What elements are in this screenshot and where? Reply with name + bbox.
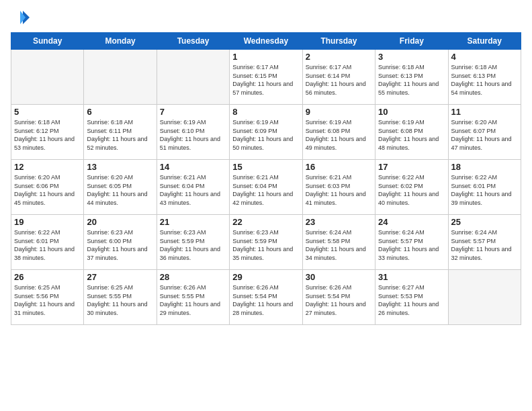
calendar-cell: 7Sunrise: 6:19 AMSunset: 6:10 PMDaylight… (157, 105, 229, 160)
header (11, 8, 521, 27)
cell-sun-info: Sunrise: 6:21 AMSunset: 6:03 PMDaylight:… (306, 173, 372, 207)
cell-sun-info: Sunrise: 6:21 AMSunset: 6:04 PMDaylight:… (160, 173, 226, 207)
day-number: 1 (232, 52, 299, 62)
cell-sun-info: Sunrise: 6:23 AMSunset: 5:59 PMDaylight:… (232, 228, 299, 262)
cell-sun-info: Sunrise: 6:20 AMSunset: 6:05 PMDaylight:… (87, 173, 153, 207)
day-number: 18 (451, 162, 518, 172)
cell-sun-info: Sunrise: 6:21 AMSunset: 6:04 PMDaylight:… (232, 173, 299, 207)
day-number: 24 (378, 217, 445, 227)
cell-sun-info: Sunrise: 6:22 AMSunset: 6:01 PMDaylight:… (14, 228, 81, 262)
day-number: 7 (160, 107, 226, 117)
calendar-cell: 27Sunrise: 6:25 AMSunset: 5:55 PMDayligh… (84, 270, 157, 325)
calendar-week-row: 19Sunrise: 6:22 AMSunset: 6:01 PMDayligh… (11, 215, 521, 270)
calendar-cell: 2Sunrise: 6:17 AMSunset: 6:14 PMDaylight… (302, 50, 375, 105)
cell-sun-info: Sunrise: 6:23 AMSunset: 6:00 PMDaylight:… (87, 228, 153, 262)
calendar-table: SundayMondayTuesdayWednesdayThursdayFrid… (11, 32, 521, 325)
calendar-cell: 23Sunrise: 6:24 AMSunset: 5:58 PMDayligh… (302, 215, 375, 270)
day-number: 9 (306, 107, 372, 117)
day-number: 23 (306, 217, 372, 227)
cell-sun-info: Sunrise: 6:18 AMSunset: 6:12 PMDaylight:… (14, 118, 81, 152)
day-number: 30 (306, 272, 372, 282)
cell-sun-info: Sunrise: 6:22 AMSunset: 6:01 PMDaylight:… (451, 173, 518, 207)
cell-sun-info: Sunrise: 6:17 AMSunset: 6:14 PMDaylight:… (306, 63, 372, 97)
day-number: 21 (160, 217, 226, 227)
cell-sun-info: Sunrise: 6:18 AMSunset: 6:13 PMDaylight:… (451, 63, 518, 97)
day-number: 11 (451, 107, 518, 117)
calendar-cell: 5Sunrise: 6:18 AMSunset: 6:12 PMDaylight… (11, 105, 84, 160)
day-number: 20 (87, 217, 153, 227)
cell-sun-info: Sunrise: 6:26 AMSunset: 5:55 PMDaylight:… (160, 283, 226, 317)
cell-sun-info: Sunrise: 6:23 AMSunset: 5:59 PMDaylight:… (160, 228, 226, 262)
cell-sun-info: Sunrise: 6:18 AMSunset: 6:13 PMDaylight:… (378, 63, 445, 97)
day-number: 28 (160, 272, 226, 282)
day-number: 5 (14, 107, 81, 117)
calendar-day-header: Tuesday (157, 33, 229, 50)
day-number: 6 (87, 107, 153, 117)
calendar-cell (84, 50, 157, 105)
calendar-cell: 30Sunrise: 6:26 AMSunset: 5:54 PMDayligh… (302, 270, 375, 325)
calendar-cell: 4Sunrise: 6:18 AMSunset: 6:13 PMDaylight… (448, 50, 521, 105)
day-number: 8 (232, 107, 299, 117)
calendar-cell: 8Sunrise: 6:19 AMSunset: 6:09 PMDaylight… (230, 105, 302, 160)
cell-sun-info: Sunrise: 6:25 AMSunset: 5:55 PMDaylight:… (87, 283, 153, 317)
cell-sun-info: Sunrise: 6:19 AMSunset: 6:09 PMDaylight:… (232, 118, 299, 152)
day-number: 2 (306, 52, 372, 62)
calendar-cell: 13Sunrise: 6:20 AMSunset: 6:05 PMDayligh… (84, 160, 157, 215)
calendar-cell: 9Sunrise: 6:19 AMSunset: 6:08 PMDaylight… (302, 105, 375, 160)
day-number: 25 (451, 217, 518, 227)
cell-sun-info: Sunrise: 6:17 AMSunset: 6:15 PMDaylight:… (232, 63, 299, 97)
cell-sun-info: Sunrise: 6:22 AMSunset: 6:02 PMDaylight:… (378, 173, 445, 207)
calendar-cell: 22Sunrise: 6:23 AMSunset: 5:59 PMDayligh… (230, 215, 302, 270)
calendar-cell (11, 50, 84, 105)
calendar-week-row: 26Sunrise: 6:25 AMSunset: 5:56 PMDayligh… (11, 270, 521, 325)
calendar-cell (157, 50, 229, 105)
calendar-cell: 17Sunrise: 6:22 AMSunset: 6:02 PMDayligh… (375, 160, 448, 215)
cell-sun-info: Sunrise: 6:26 AMSunset: 5:54 PMDaylight:… (232, 283, 299, 317)
day-number: 29 (232, 272, 299, 282)
calendar-header-row: SundayMondayTuesdayWednesdayThursdayFrid… (11, 33, 521, 50)
calendar-week-row: 12Sunrise: 6:20 AMSunset: 6:06 PMDayligh… (11, 160, 521, 215)
cell-sun-info: Sunrise: 6:19 AMSunset: 6:10 PMDaylight:… (160, 118, 226, 152)
cell-sun-info: Sunrise: 6:18 AMSunset: 6:11 PMDaylight:… (87, 118, 153, 152)
calendar-cell: 3Sunrise: 6:18 AMSunset: 6:13 PMDaylight… (375, 50, 448, 105)
logo (11, 8, 32, 27)
calendar-cell: 12Sunrise: 6:20 AMSunset: 6:06 PMDayligh… (11, 160, 84, 215)
calendar-cell: 18Sunrise: 6:22 AMSunset: 6:01 PMDayligh… (448, 160, 521, 215)
calendar-day-header: Sunday (11, 33, 84, 50)
cell-sun-info: Sunrise: 6:26 AMSunset: 5:54 PMDaylight:… (306, 283, 372, 317)
calendar-cell (448, 270, 521, 325)
calendar-cell: 20Sunrise: 6:23 AMSunset: 6:00 PMDayligh… (84, 215, 157, 270)
day-number: 13 (87, 162, 153, 172)
day-number: 12 (14, 162, 81, 172)
day-number: 4 (451, 52, 518, 62)
calendar-day-header: Monday (84, 33, 157, 50)
calendar-cell: 6Sunrise: 6:18 AMSunset: 6:11 PMDaylight… (84, 105, 157, 160)
cell-sun-info: Sunrise: 6:25 AMSunset: 5:56 PMDaylight:… (14, 283, 81, 317)
day-number: 10 (378, 107, 445, 117)
calendar-cell: 26Sunrise: 6:25 AMSunset: 5:56 PMDayligh… (11, 270, 84, 325)
cell-sun-info: Sunrise: 6:24 AMSunset: 5:57 PMDaylight:… (451, 228, 518, 262)
day-number: 15 (232, 162, 299, 172)
logo-icon (11, 8, 30, 27)
page: SundayMondayTuesdayWednesdayThursdayFrid… (0, 0, 532, 411)
day-number: 16 (306, 162, 372, 172)
day-number: 19 (14, 217, 81, 227)
calendar-cell: 28Sunrise: 6:26 AMSunset: 5:55 PMDayligh… (157, 270, 229, 325)
calendar-cell: 31Sunrise: 6:27 AMSunset: 5:53 PMDayligh… (375, 270, 448, 325)
cell-sun-info: Sunrise: 6:20 AMSunset: 6:07 PMDaylight:… (451, 118, 518, 152)
calendar-day-header: Wednesday (230, 33, 302, 50)
cell-sun-info: Sunrise: 6:19 AMSunset: 6:08 PMDaylight:… (306, 118, 372, 152)
cell-sun-info: Sunrise: 6:20 AMSunset: 6:06 PMDaylight:… (14, 173, 81, 207)
calendar-day-header: Saturday (448, 33, 521, 50)
calendar-cell: 15Sunrise: 6:21 AMSunset: 6:04 PMDayligh… (230, 160, 302, 215)
calendar-cell: 14Sunrise: 6:21 AMSunset: 6:04 PMDayligh… (157, 160, 229, 215)
calendar-cell: 21Sunrise: 6:23 AMSunset: 5:59 PMDayligh… (157, 215, 229, 270)
cell-sun-info: Sunrise: 6:24 AMSunset: 5:58 PMDaylight:… (306, 228, 372, 262)
day-number: 14 (160, 162, 226, 172)
calendar-cell: 11Sunrise: 6:20 AMSunset: 6:07 PMDayligh… (448, 105, 521, 160)
cell-sun-info: Sunrise: 6:19 AMSunset: 6:08 PMDaylight:… (378, 118, 445, 152)
day-number: 26 (14, 272, 81, 282)
day-number: 22 (232, 217, 299, 227)
calendar-week-row: 5Sunrise: 6:18 AMSunset: 6:12 PMDaylight… (11, 105, 521, 160)
day-number: 17 (378, 162, 445, 172)
